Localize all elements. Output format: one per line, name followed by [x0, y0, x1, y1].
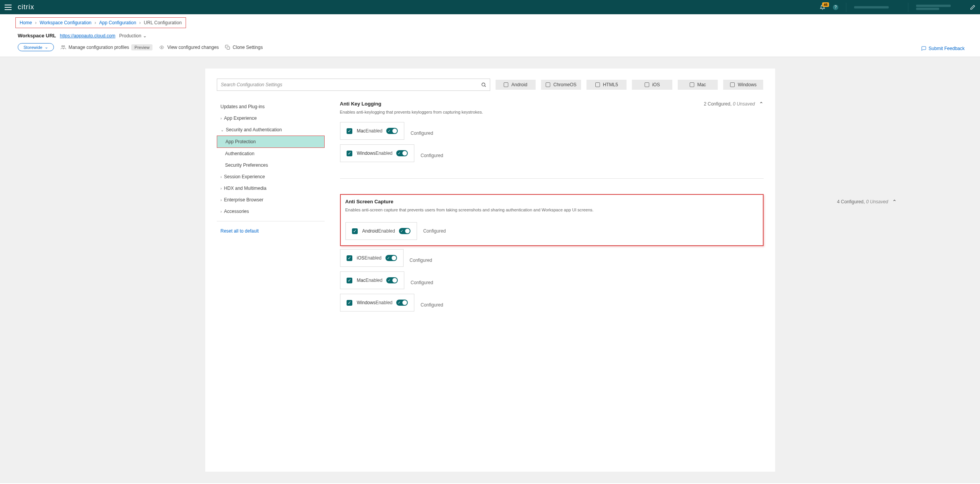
- section-meta: 2 Configured, 0 Unsaved ⌃: [704, 101, 764, 107]
- toggle-switch[interactable]: ✓: [396, 150, 408, 156]
- filter-android[interactable]: Android: [496, 80, 536, 90]
- search-icon[interactable]: [481, 82, 486, 87]
- sidebar-item-label: Security and Authentication: [226, 127, 282, 132]
- section-meta: 4 Configured, 0 Unsaved ⌃: [837, 199, 897, 205]
- breadcrumb-home[interactable]: Home: [20, 20, 32, 25]
- toggle-switch[interactable]: ✓: [396, 300, 408, 306]
- workspace-url-link[interactable]: https://apppauto.cloud.com: [60, 33, 115, 39]
- platform-name: Windows: [357, 300, 376, 305]
- highlight-box: Anti Screen Capture Enables anti-screen …: [340, 194, 764, 246]
- filter-label: ChromeOS: [553, 82, 576, 87]
- sidebar-item-app-experience[interactable]: ›App Experience: [217, 112, 325, 124]
- platform-name: Mac: [357, 278, 366, 283]
- sidebar-item-label: Updates and Plug-ins: [221, 104, 265, 109]
- header-right: 45 ?: [820, 3, 975, 12]
- sidebar-item-security-auth[interactable]: ⌄Security and Authentication: [217, 124, 325, 136]
- menu-icon[interactable]: [5, 5, 12, 10]
- enabled-label: Enabled: [375, 151, 392, 156]
- toolbar: Storewide ⌄ Manage configuration profile…: [15, 42, 965, 57]
- notification-badge: 45: [822, 2, 829, 7]
- status-label: Configured: [420, 153, 451, 158]
- breadcrumb-workspace-config[interactable]: Workspace Configuration: [40, 20, 92, 25]
- submit-feedback-button[interactable]: Submit Feedback: [921, 46, 965, 51]
- view-changes-button[interactable]: View configured changes: [159, 45, 219, 50]
- chevron-up-icon[interactable]: ⌃: [892, 199, 897, 205]
- unsaved-count: 0 Unsaved: [733, 101, 755, 107]
- section-description: Enables anti-keylogging that prevents ke…: [340, 110, 483, 114]
- filter-windows[interactable]: Windows: [723, 80, 763, 90]
- platform-name: iOS: [357, 255, 365, 261]
- filter-label: Android: [511, 82, 527, 87]
- help-icon[interactable]: ?: [833, 5, 838, 10]
- section-title: Anti Screen Capture: [345, 199, 594, 204]
- app-header: citrix 45 ?: [0, 0, 980, 14]
- sidebar-item-authentication[interactable]: Authentication: [217, 148, 325, 159]
- storewide-label: Storewide: [23, 45, 42, 50]
- chevron-right-icon: ›: [221, 209, 222, 214]
- status-label: Configured: [420, 302, 451, 308]
- chevron-right-icon: ›: [221, 116, 222, 121]
- sidebar-item-label: Session Experience: [224, 174, 265, 179]
- checkbox-checked-icon[interactable]: ✓: [352, 228, 358, 234]
- toggle-switch[interactable]: ✓: [399, 228, 410, 234]
- filter-html5[interactable]: HTML5: [586, 80, 627, 90]
- toggle-switch[interactable]: ✓: [386, 128, 398, 134]
- platform-name: Mac: [357, 128, 366, 134]
- platform-filters: Android ChromeOS HTML5 iOS Mac Windows: [496, 80, 764, 90]
- toggle-switch[interactable]: ✓: [386, 277, 398, 283]
- section-header: Anti Key Logging Enables anti-keylogging…: [340, 101, 764, 122]
- platform-row-wrap: ✓ Windows Enabled ✓ Configured: [340, 144, 764, 167]
- platform-name: Android: [362, 228, 378, 234]
- manage-profiles-button[interactable]: Manage configuration profiles Preview: [60, 44, 153, 50]
- sidebar-item-security-prefs[interactable]: Security Preferences: [217, 159, 325, 171]
- sidebar-item-app-protection[interactable]: App Protection: [217, 136, 325, 148]
- reset-all-button[interactable]: Reset all to default: [217, 225, 325, 237]
- enabled-label: Enabled: [365, 128, 382, 134]
- filter-ios[interactable]: iOS: [632, 80, 672, 90]
- sidebar-item-label: Authentication: [225, 151, 255, 156]
- breadcrumb-app-config[interactable]: App Configuration: [99, 20, 136, 25]
- edit-icon[interactable]: [970, 5, 975, 10]
- sidebar-item-accessories[interactable]: ›Accessories: [217, 206, 325, 217]
- sidebar-item-updates[interactable]: Updates and Plug-ins: [217, 101, 325, 112]
- search-input[interactable]: [217, 79, 490, 91]
- enabled-label: Enabled: [365, 278, 382, 283]
- sidebar-item-session-experience[interactable]: ›Session Experience: [217, 171, 325, 183]
- status-label: Configured: [410, 258, 441, 263]
- platform-row-mac: ✓ Mac Enabled ✓: [340, 122, 405, 140]
- checkbox-icon: [546, 82, 550, 87]
- notifications-button[interactable]: 45: [820, 5, 825, 10]
- checkbox-checked-icon[interactable]: ✓: [347, 128, 352, 134]
- svg-point-4: [482, 83, 485, 86]
- chevron-up-icon[interactable]: ⌃: [759, 101, 764, 107]
- section-header: Anti Screen Capture Enables anti-screen …: [345, 199, 758, 220]
- content-area: Updates and Plug-ins ›App Experience ⌄Se…: [217, 101, 764, 332]
- environment-label: Production: [119, 33, 141, 39]
- sidebar-item-label: Accessories: [224, 209, 249, 214]
- checkbox-checked-icon[interactable]: ✓: [347, 151, 352, 156]
- environment-dropdown[interactable]: Production ⌄: [119, 33, 147, 39]
- chevron-down-icon: ⌄: [45, 45, 48, 50]
- checkbox-icon: [730, 82, 735, 87]
- filter-mac[interactable]: Mac: [678, 80, 718, 90]
- svg-point-0: [62, 45, 63, 47]
- clone-settings-button[interactable]: Clone Settings: [225, 45, 263, 50]
- sidebar-item-hdx[interactable]: ›HDX and Multimedia: [217, 183, 325, 194]
- filter-row: Android ChromeOS HTML5 iOS Mac Windows: [217, 79, 764, 91]
- clone-settings-label: Clone Settings: [233, 45, 263, 50]
- checkbox-icon: [595, 82, 600, 87]
- settings-panel: Android ChromeOS HTML5 iOS Mac Windows U…: [205, 69, 775, 472]
- sidebar-item-label: Security Preferences: [225, 162, 268, 168]
- checkbox-checked-icon[interactable]: ✓: [347, 255, 352, 261]
- storewide-dropdown[interactable]: Storewide ⌄: [18, 43, 54, 51]
- filter-chromeos[interactable]: ChromeOS: [541, 80, 581, 90]
- checkbox-checked-icon[interactable]: ✓: [347, 300, 352, 306]
- checkbox-checked-icon[interactable]: ✓: [347, 278, 352, 283]
- sidebar-item-enterprise-browser[interactable]: ›Enterprise Browser: [217, 194, 325, 206]
- platform-row-ios: ✓ iOS Enabled ✓: [340, 249, 404, 267]
- platform-row-wrap: ✓ Android Enabled ✓ Configured: [345, 222, 758, 240]
- enabled-label: Enabled: [375, 300, 392, 305]
- section-title: Anti Key Logging: [340, 101, 483, 107]
- platform-row-android: ✓ Android Enabled ✓: [345, 222, 417, 240]
- toggle-switch[interactable]: ✓: [385, 255, 397, 261]
